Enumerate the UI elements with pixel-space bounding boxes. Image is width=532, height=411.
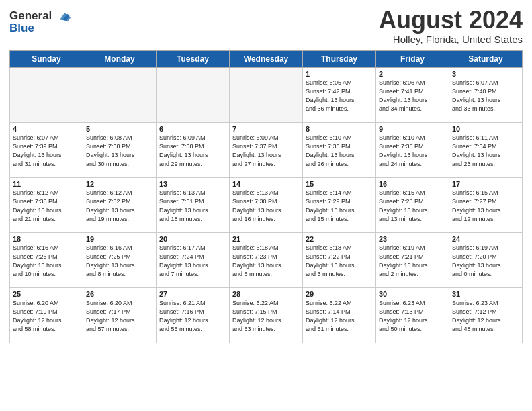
day-number: 11: [13, 180, 80, 188]
page-container: General Blue August 2024 Holley, Florida…: [0, 0, 532, 349]
calendar-cell: 15Sunrise: 6:14 AMSunset: 7:29 PMDayligh…: [303, 177, 376, 232]
day-number: 22: [306, 235, 373, 243]
calendar-cell: 20Sunrise: 6:17 AMSunset: 7:24 PMDayligh…: [157, 232, 230, 287]
day-number: 25: [13, 290, 80, 298]
calendar-cell: 12Sunrise: 6:12 AMSunset: 7:32 PMDayligh…: [83, 177, 157, 232]
day-number: 14: [232, 180, 300, 188]
day-number: 16: [379, 180, 446, 188]
day-info: Sunrise: 6:07 AMSunset: 7:40 PMDaylight:…: [452, 79, 519, 113]
calendar-cell: 18Sunrise: 6:16 AMSunset: 7:26 PMDayligh…: [10, 232, 83, 287]
day-number: 19: [86, 235, 153, 243]
day-number: 15: [306, 180, 373, 188]
day-number: 13: [159, 180, 226, 188]
calendar-cell: 31Sunrise: 6:23 AMSunset: 7:12 PMDayligh…: [449, 287, 523, 342]
day-number: 30: [379, 290, 446, 298]
calendar-cell: 3Sunrise: 6:07 AMSunset: 7:40 PMDaylight…: [449, 67, 523, 122]
calendar-header-row: SundayMondayTuesdayWednesdayThursdayFrid…: [10, 50, 523, 67]
calendar-cell: 21Sunrise: 6:18 AMSunset: 7:23 PMDayligh…: [230, 232, 303, 287]
day-number: 28: [232, 290, 300, 298]
day-info: Sunrise: 6:09 AMSunset: 7:38 PMDaylight:…: [159, 134, 226, 169]
calendar-cell: 29Sunrise: 6:22 AMSunset: 7:14 PMDayligh…: [303, 287, 376, 342]
day-info: Sunrise: 6:19 AMSunset: 7:21 PMDaylight:…: [379, 244, 446, 279]
day-info: Sunrise: 6:23 AMSunset: 7:12 PMDaylight:…: [452, 299, 519, 334]
day-info: Sunrise: 6:14 AMSunset: 7:29 PMDaylight:…: [306, 189, 373, 224]
day-info: Sunrise: 6:10 AMSunset: 7:35 PMDaylight:…: [379, 134, 446, 169]
calendar-cell: 25Sunrise: 6:20 AMSunset: 7:19 PMDayligh…: [10, 287, 83, 342]
day-info: Sunrise: 6:19 AMSunset: 7:20 PMDaylight:…: [452, 244, 519, 279]
calendar-cell: 11Sunrise: 6:12 AMSunset: 7:33 PMDayligh…: [10, 177, 83, 232]
day-info: Sunrise: 6:23 AMSunset: 7:13 PMDaylight:…: [379, 299, 446, 334]
calendar-cell: 1Sunrise: 6:05 AMSunset: 7:42 PMDaylight…: [303, 67, 376, 122]
calendar-cell: 13Sunrise: 6:13 AMSunset: 7:31 PMDayligh…: [157, 177, 230, 232]
day-number: 17: [452, 180, 519, 188]
weekday-header-tuesday: Tuesday: [157, 50, 230, 67]
day-info: Sunrise: 6:07 AMSunset: 7:39 PMDaylight:…: [13, 134, 80, 169]
day-number: 12: [86, 180, 153, 188]
calendar-cell: 5Sunrise: 6:08 AMSunset: 7:38 PMDaylight…: [83, 122, 157, 177]
day-number: 5: [86, 125, 153, 133]
calendar-cell: 30Sunrise: 6:23 AMSunset: 7:13 PMDayligh…: [376, 287, 449, 342]
calendar-table: SundayMondayTuesdayWednesdayThursdayFrid…: [9, 50, 523, 343]
day-info: Sunrise: 6:09 AMSunset: 7:37 PMDaylight:…: [232, 134, 300, 169]
calendar-cell: 28Sunrise: 6:22 AMSunset: 7:15 PMDayligh…: [230, 287, 303, 342]
day-info: Sunrise: 6:21 AMSunset: 7:16 PMDaylight:…: [159, 299, 226, 334]
weekday-header-monday: Monday: [83, 50, 157, 67]
calendar-cell: 8Sunrise: 6:10 AMSunset: 7:36 PMDaylight…: [303, 122, 376, 177]
calendar-cell: 10Sunrise: 6:11 AMSunset: 7:34 PMDayligh…: [449, 122, 523, 177]
weekday-header-wednesday: Wednesday: [230, 50, 303, 67]
day-info: Sunrise: 6:16 AMSunset: 7:26 PMDaylight:…: [13, 244, 80, 279]
logo: General Blue: [9, 9, 71, 35]
day-info: Sunrise: 6:11 AMSunset: 7:34 PMDaylight:…: [452, 134, 519, 169]
logo-blue: Blue: [9, 21, 71, 35]
day-info: Sunrise: 6:20 AMSunset: 7:17 PMDaylight:…: [86, 299, 153, 334]
day-info: Sunrise: 6:10 AMSunset: 7:36 PMDaylight:…: [306, 134, 373, 169]
day-info: Sunrise: 6:22 AMSunset: 7:15 PMDaylight:…: [232, 299, 300, 334]
day-number: 8: [306, 125, 373, 133]
calendar-cell: 2Sunrise: 6:06 AMSunset: 7:41 PMDaylight…: [376, 67, 449, 122]
calendar-cell: [10, 67, 83, 122]
calendar-cell: 6Sunrise: 6:09 AMSunset: 7:38 PMDaylight…: [157, 122, 230, 177]
calendar-cell: 16Sunrise: 6:15 AMSunset: 7:28 PMDayligh…: [376, 177, 449, 232]
weekday-header-saturday: Saturday: [449, 50, 523, 67]
day-info: Sunrise: 6:20 AMSunset: 7:19 PMDaylight:…: [13, 299, 80, 334]
calendar-cell: 23Sunrise: 6:19 AMSunset: 7:21 PMDayligh…: [376, 232, 449, 287]
calendar-cell: [157, 67, 230, 122]
logo-text: General: [9, 9, 71, 23]
day-number: 29: [306, 290, 373, 298]
calendar-cell: 24Sunrise: 6:19 AMSunset: 7:20 PMDayligh…: [449, 232, 523, 287]
day-number: 20: [159, 235, 226, 243]
weekday-header-sunday: Sunday: [10, 50, 83, 67]
day-info: Sunrise: 6:13 AMSunset: 7:31 PMDaylight:…: [159, 189, 226, 224]
location: Holley, Florida, United States: [379, 34, 523, 45]
day-info: Sunrise: 6:06 AMSunset: 7:41 PMDaylight:…: [379, 79, 446, 113]
day-info: Sunrise: 6:13 AMSunset: 7:30 PMDaylight:…: [232, 189, 300, 224]
calendar-cell: 4Sunrise: 6:07 AMSunset: 7:39 PMDaylight…: [10, 122, 83, 177]
calendar-week-row: 4Sunrise: 6:07 AMSunset: 7:39 PMDaylight…: [10, 122, 523, 177]
day-info: Sunrise: 6:16 AMSunset: 7:25 PMDaylight:…: [86, 244, 153, 279]
day-info: Sunrise: 6:18 AMSunset: 7:23 PMDaylight:…: [232, 244, 300, 279]
weekday-header-friday: Friday: [376, 50, 449, 67]
calendar-cell: [83, 67, 157, 122]
day-number: 18: [13, 235, 80, 243]
day-number: 4: [13, 125, 80, 133]
day-number: 7: [232, 125, 300, 133]
calendar-week-row: 1Sunrise: 6:05 AMSunset: 7:42 PMDaylight…: [10, 67, 523, 122]
day-number: 1: [306, 70, 373, 78]
day-number: 6: [159, 125, 226, 133]
calendar-cell: 22Sunrise: 6:18 AMSunset: 7:22 PMDayligh…: [303, 232, 376, 287]
calendar-cell: 17Sunrise: 6:15 AMSunset: 7:27 PMDayligh…: [449, 177, 523, 232]
calendar-cell: 14Sunrise: 6:13 AMSunset: 7:30 PMDayligh…: [230, 177, 303, 232]
calendar-cell: 26Sunrise: 6:20 AMSunset: 7:17 PMDayligh…: [83, 287, 157, 342]
day-number: 26: [86, 290, 153, 298]
header: General Blue August 2024 Holley, Florida…: [9, 7, 523, 45]
day-number: 10: [452, 125, 519, 133]
day-info: Sunrise: 6:08 AMSunset: 7:38 PMDaylight:…: [86, 134, 153, 169]
weekday-header-thursday: Thursday: [303, 50, 376, 67]
calendar-cell: [230, 67, 303, 122]
calendar-cell: 19Sunrise: 6:16 AMSunset: 7:25 PMDayligh…: [83, 232, 157, 287]
title-block: August 2024 Holley, Florida, United Stat…: [379, 7, 523, 45]
day-number: 31: [452, 290, 519, 298]
calendar-week-row: 11Sunrise: 6:12 AMSunset: 7:33 PMDayligh…: [10, 177, 523, 232]
day-info: Sunrise: 6:12 AMSunset: 7:33 PMDaylight:…: [13, 189, 80, 224]
day-number: 27: [159, 290, 226, 298]
